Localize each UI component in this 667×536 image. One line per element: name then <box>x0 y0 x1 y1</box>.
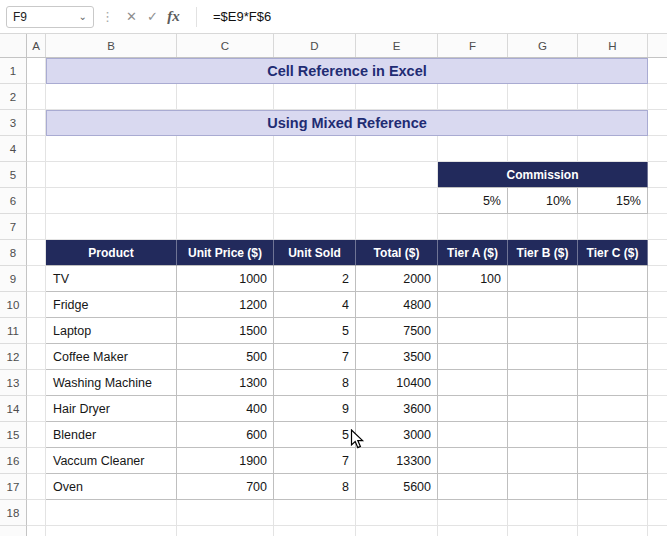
cell-A9[interactable] <box>27 266 46 292</box>
cell-A4[interactable] <box>27 136 46 162</box>
row-header-11[interactable]: 11 <box>0 318 27 344</box>
row-header-16[interactable]: 16 <box>0 448 27 474</box>
row-header-12[interactable]: 12 <box>0 344 27 370</box>
cell-A16[interactable] <box>27 448 46 474</box>
name-box-chevron-icon[interactable]: ⌄ <box>79 12 87 22</box>
col-header-B[interactable]: B <box>46 34 177 57</box>
cell-E4[interactable] <box>356 136 438 162</box>
cell-B13[interactable]: Washing Machine <box>46 370 177 396</box>
cell-F7[interactable] <box>438 214 508 240</box>
row-header-1[interactable]: 1 <box>0 58 27 84</box>
cell-C11[interactable]: 1500 <box>177 318 274 344</box>
cell-E5[interactable] <box>356 162 438 188</box>
cell-F19[interactable] <box>438 526 508 536</box>
cell-F14[interactable] <box>438 396 508 422</box>
cell-C19[interactable] <box>177 526 274 536</box>
cell-B18[interactable] <box>46 500 177 526</box>
cell-E9[interactable]: 2000 <box>356 266 438 292</box>
cell-overflow-11[interactable] <box>648 318 667 344</box>
cell-D8[interactable]: Unit Sold <box>274 240 356 266</box>
cell-G14[interactable] <box>508 396 578 422</box>
cell-F10[interactable] <box>438 292 508 318</box>
cell-E17[interactable]: 5600 <box>356 474 438 500</box>
cell-H10[interactable] <box>578 292 648 318</box>
name-box[interactable]: F9 ⌄ <box>6 6 94 28</box>
cell-D16[interactable]: 7 <box>274 448 356 474</box>
cell-C8[interactable]: Unit Price ($) <box>177 240 274 266</box>
cell-E13[interactable]: 10400 <box>356 370 438 396</box>
cell-H12[interactable] <box>578 344 648 370</box>
cell-G11[interactable] <box>508 318 578 344</box>
cell-C18[interactable] <box>177 500 274 526</box>
cell-A15[interactable] <box>27 422 46 448</box>
cell-E18[interactable] <box>356 500 438 526</box>
cell-D15[interactable]: 5 <box>274 422 356 448</box>
cell-B16[interactable]: Vaccum Cleaner <box>46 448 177 474</box>
cell-H18[interactable] <box>578 500 648 526</box>
cell-F16[interactable] <box>438 448 508 474</box>
cell-A17[interactable] <box>27 474 46 500</box>
cell-overflow-18[interactable] <box>648 500 667 526</box>
cell-C16[interactable]: 1900 <box>177 448 274 474</box>
cell-overflow-14[interactable] <box>648 396 667 422</box>
cell-H19[interactable] <box>578 526 648 536</box>
cell-H11[interactable] <box>578 318 648 344</box>
cell-B6[interactable] <box>46 188 177 214</box>
cell-C10[interactable]: 1200 <box>177 292 274 318</box>
col-header-G[interactable]: G <box>508 34 578 57</box>
commission-header-cell[interactable]: Commission <box>438 162 648 188</box>
cell-G17[interactable] <box>508 474 578 500</box>
cell-C13[interactable]: 1300 <box>177 370 274 396</box>
row-header-8[interactable]: 8 <box>0 240 27 266</box>
cell-D2[interactable] <box>274 84 356 110</box>
cell-A19[interactable] <box>27 526 46 536</box>
cell-B11[interactable]: Laptop <box>46 318 177 344</box>
row-header-2[interactable]: 2 <box>0 84 27 110</box>
cell-D18[interactable] <box>274 500 356 526</box>
cell-B17[interactable]: Oven <box>46 474 177 500</box>
cell-D10[interactable]: 4 <box>274 292 356 318</box>
cell-D5[interactable] <box>274 162 356 188</box>
cell-C15[interactable]: 600 <box>177 422 274 448</box>
cell-A18[interactable] <box>27 500 46 526</box>
cell-overflow-5[interactable] <box>648 162 667 188</box>
insert-function-icon[interactable]: fx <box>163 8 184 25</box>
cell-B10[interactable]: Fridge <box>46 292 177 318</box>
cell-E10[interactable]: 4800 <box>356 292 438 318</box>
cell-F4[interactable] <box>438 136 508 162</box>
cell-G19[interactable] <box>508 526 578 536</box>
cell-F6[interactable]: 5% <box>438 188 508 214</box>
cell-B2[interactable] <box>46 84 177 110</box>
cell-E11[interactable]: 7500 <box>356 318 438 344</box>
cell-F13[interactable] <box>438 370 508 396</box>
cell-E19[interactable] <box>356 526 438 536</box>
cell-B8[interactable]: Product <box>46 240 177 266</box>
row-header-9[interactable]: 9 <box>0 266 27 292</box>
cell-H4[interactable] <box>578 136 648 162</box>
cell-A1[interactable] <box>27 58 46 84</box>
cell-A3[interactable] <box>27 110 46 136</box>
cell-F9[interactable]: 100 <box>438 266 508 292</box>
cell-overflow-13[interactable] <box>648 370 667 396</box>
cell-H17[interactable] <box>578 474 648 500</box>
cell-overflow-2[interactable] <box>648 84 667 110</box>
col-header-F[interactable]: F <box>438 34 508 57</box>
cell-F18[interactable] <box>438 500 508 526</box>
cell-overflow-10[interactable] <box>648 292 667 318</box>
cell-E14[interactable]: 3600 <box>356 396 438 422</box>
cell-B4[interactable] <box>46 136 177 162</box>
col-header-C[interactable]: C <box>177 34 274 57</box>
cell-A13[interactable] <box>27 370 46 396</box>
cell-G9[interactable] <box>508 266 578 292</box>
cell-G10[interactable] <box>508 292 578 318</box>
cell-G13[interactable] <box>508 370 578 396</box>
cell-overflow-15[interactable] <box>648 422 667 448</box>
cell-H16[interactable] <box>578 448 648 474</box>
row-header-13[interactable]: 13 <box>0 370 27 396</box>
cell-C2[interactable] <box>177 84 274 110</box>
cell-G16[interactable] <box>508 448 578 474</box>
select-all-corner[interactable] <box>0 34 27 57</box>
cell-G7[interactable] <box>508 214 578 240</box>
cell-C14[interactable]: 400 <box>177 396 274 422</box>
cell-overflow-17[interactable] <box>648 474 667 500</box>
